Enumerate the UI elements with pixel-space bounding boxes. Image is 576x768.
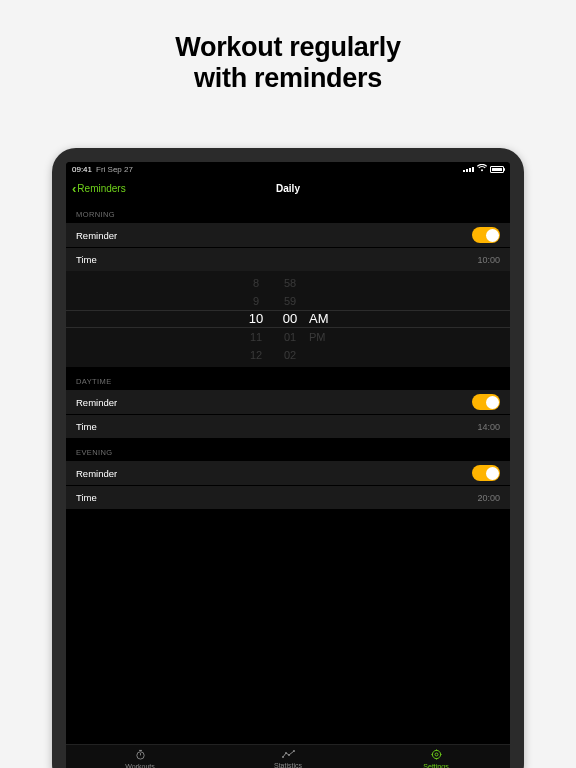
section-morning: Reminder Time 10:00 <box>66 223 510 271</box>
svg-point-4 <box>285 752 287 754</box>
svg-point-3 <box>282 756 284 758</box>
status-date: Fri Sep 27 <box>96 165 133 174</box>
time-picker[interactable]: 8 9 10 11 12 58 59 00 01 02 <box>66 271 510 367</box>
tab-label: Settings <box>423 763 448 768</box>
daytime-reminder-switch[interactable] <box>472 394 500 410</box>
back-button[interactable]: ‹ Reminders <box>72 182 126 195</box>
back-label: Reminders <box>77 183 125 194</box>
svg-point-8 <box>435 753 438 756</box>
morning-time-value: 10:00 <box>477 255 500 265</box>
promo-title: Workout regularly with reminders <box>0 32 576 94</box>
svg-rect-1 <box>139 750 142 751</box>
row-label: Reminder <box>76 397 117 408</box>
screen: 09:41 Fri Sep 27 ‹ Reminders Daily MORNI… <box>66 162 510 768</box>
row-label: Reminder <box>76 468 117 479</box>
evening-reminder-switch[interactable] <box>472 465 500 481</box>
tab-settings[interactable]: Settings <box>362 745 510 768</box>
section-daytime: Reminder Time 14:00 <box>66 390 510 438</box>
battery-icon <box>490 166 504 173</box>
evening-reminder-row[interactable]: Reminder <box>66 461 510 485</box>
picker-hour-column[interactable]: 8 9 10 11 12 <box>239 271 273 367</box>
status-bar: 09:41 Fri Sep 27 <box>66 162 510 176</box>
section-header-daytime: DAYTIME <box>66 367 510 390</box>
svg-point-5 <box>288 754 290 756</box>
tab-label: Workouts <box>125 763 154 768</box>
section-evening: Reminder Time 20:00 <box>66 461 510 509</box>
stopwatch-icon <box>135 749 146 762</box>
section-header-evening: EVENING <box>66 438 510 461</box>
daytime-time-value: 14:00 <box>477 422 500 432</box>
morning-reminder-row[interactable]: Reminder <box>66 223 510 247</box>
tab-workouts[interactable]: Workouts <box>66 745 214 768</box>
cellular-icon <box>463 167 474 172</box>
promo-line2: with reminders <box>0 63 576 94</box>
row-label: Reminder <box>76 230 117 241</box>
row-label: Time <box>76 421 97 432</box>
nav-bar: ‹ Reminders Daily <box>66 176 510 200</box>
chart-line-icon <box>282 750 295 761</box>
picker-minute-column[interactable]: 58 59 00 01 02 <box>273 271 307 367</box>
evening-time-row[interactable]: Time 20:00 <box>66 485 510 509</box>
svg-point-7 <box>432 750 440 758</box>
status-time: 09:41 <box>72 165 92 174</box>
device-frame: 09:41 Fri Sep 27 ‹ Reminders Daily MORNI… <box>52 148 524 768</box>
chevron-left-icon: ‹ <box>72 182 76 195</box>
wifi-icon <box>477 164 487 174</box>
daytime-reminder-row[interactable]: Reminder <box>66 390 510 414</box>
promo-line1: Workout regularly <box>0 32 576 63</box>
evening-time-value: 20:00 <box>477 493 500 503</box>
nav-title: Daily <box>276 183 300 194</box>
section-header-morning: MORNING <box>66 200 510 223</box>
morning-time-row[interactable]: Time 10:00 <box>66 247 510 271</box>
gear-icon <box>431 749 442 762</box>
row-label: Time <box>76 492 97 503</box>
tab-bar: Workouts Statistics Settings <box>66 744 510 768</box>
daytime-time-row[interactable]: Time 14:00 <box>66 414 510 438</box>
row-label: Time <box>76 254 97 265</box>
picker-ampm-column[interactable]: AM PM <box>307 271 337 367</box>
tab-label: Statistics <box>274 762 302 768</box>
tab-statistics[interactable]: Statistics <box>214 745 362 768</box>
morning-reminder-switch[interactable] <box>472 227 500 243</box>
svg-point-6 <box>293 750 295 752</box>
